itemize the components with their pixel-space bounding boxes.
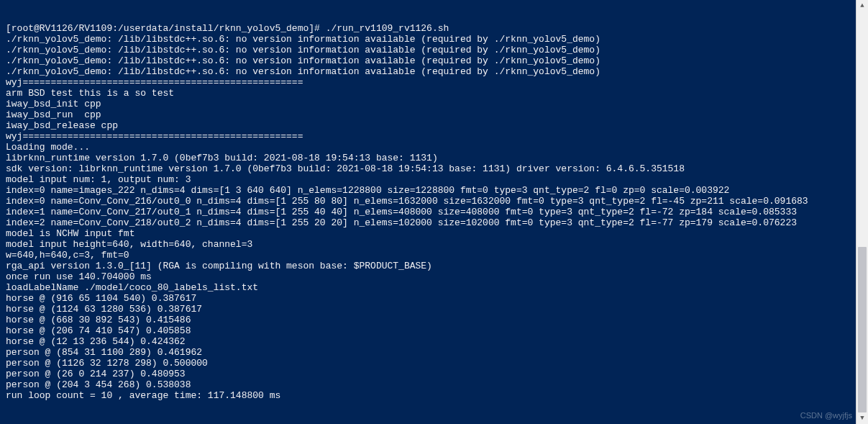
terminal-line: Loading mode... [6, 142, 865, 153]
terminal-line: ./rknn_yolov5_demo: /lib/libstdc++.so.6:… [6, 66, 865, 77]
terminal-line: person @ (26 0 214 237) 0.480953 [6, 369, 865, 379]
terminal-line: wyj=====================================… [6, 77, 865, 88]
terminal-line: model input height=640, width=640, chann… [6, 239, 865, 250]
terminal-line: index=0 name=Conv_Conv_216/out0_0 n_dims… [6, 196, 865, 207]
terminal-line: person @ (204 3 454 268) 0.538038 [6, 379, 865, 390]
terminal-line: w=640,h=640,c=3, fmt=0 [6, 250, 865, 261]
terminal-line: arm BSD test this is a so test [6, 88, 865, 99]
terminal-line: ./rknn_yolov5_demo: /lib/libstdc++.so.6:… [6, 34, 865, 45]
terminal-line: model input num: 1, output num: 3 [6, 174, 865, 185]
terminal-line: person @ (1126 32 1278 298) 0.500000 [6, 358, 865, 369]
terminal-line: run loop count = 10 , average time: 117.… [6, 390, 865, 401]
terminal-line: index=0 name=images_222 n_dims=4 dims=[1… [6, 185, 865, 196]
scroll-down-button[interactable]: ▼ [856, 412, 868, 424]
terminal-line: index=2 name=Conv_Conv_218/out0_2 n_dims… [6, 217, 865, 228]
terminal-line: once run use 140.704000 ms [6, 271, 865, 282]
terminal-line: horse @ (206 74 410 547) 0.405858 [6, 325, 865, 336]
terminal-line: iway_bsd_run cpp [6, 109, 865, 120]
terminal-line: rga_api version 1.3.0_[11] (RGA is compi… [6, 261, 865, 271]
terminal-line: iway_bsd_release cpp [6, 120, 865, 131]
terminal-line: ./rknn_yolov5_demo: /lib/libstdc++.so.6:… [6, 45, 865, 55]
vertical-scrollbar[interactable]: ▲ ▼ [856, 0, 868, 424]
terminal-line: wyj=====================================… [6, 131, 865, 142]
terminal-line: ./rknn_yolov5_demo: /lib/libstdc++.so.6:… [6, 55, 865, 66]
terminal-line: horse @ (668 30 892 543) 0.415486 [6, 315, 865, 325]
terminal-line: horse @ (1124 63 1280 536) 0.387617 [6, 304, 865, 315]
terminal-line: [root@RV1126/RV1109:/userdata/install/rk… [6, 23, 865, 34]
terminal-line: person @ (854 31 1100 289) 0.461962 [6, 347, 865, 358]
terminal-line: sdk version: librknn_runtime version 1.7… [6, 163, 865, 174]
terminal-line: horse @ (916 65 1104 540) 0.387617 [6, 293, 865, 304]
scrollbar-track[interactable] [856, 12, 868, 412]
terminal-line: index=1 name=Conv_Conv_217/out0_1 n_dims… [6, 207, 865, 217]
terminal-line: horse @ (12 13 236 544) 0.424362 [6, 336, 865, 347]
terminal-line: model is NCHW input fmt [6, 228, 865, 239]
terminal-line: loadLabelName ./model/coco_80_labels_lis… [6, 282, 865, 293]
scrollbar-thumb[interactable] [858, 247, 867, 412]
terminal-output[interactable]: [root@RV1126/RV1109:/userdata/install/rk… [0, 0, 868, 424]
terminal-line: librknn_runtime version 1.7.0 (0bef7b3 b… [6, 153, 865, 163]
scroll-up-button[interactable]: ▲ [856, 0, 868, 12]
terminal-line: iway_bsd_init cpp [6, 99, 865, 109]
